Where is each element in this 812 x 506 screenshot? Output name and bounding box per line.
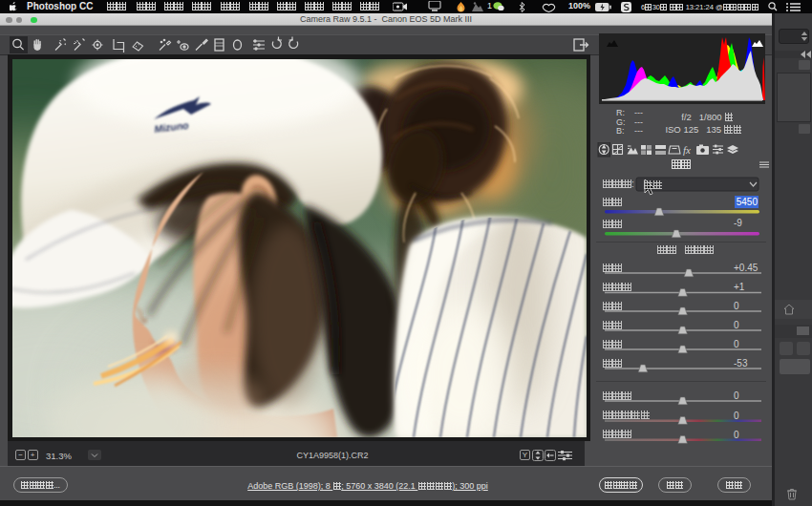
svg-text:fx: fx — [683, 144, 691, 156]
